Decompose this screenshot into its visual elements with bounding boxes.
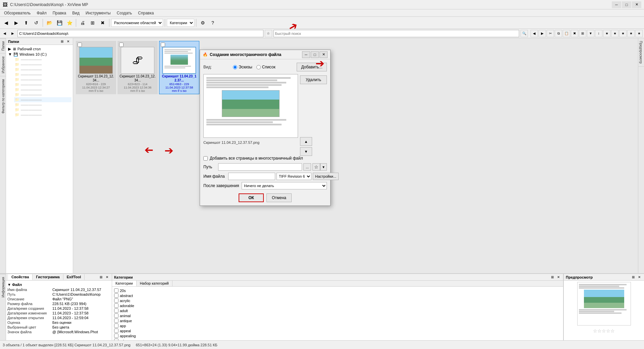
tree-sub8[interactable]: 📁──────── (14, 92, 71, 97)
nav-sort[interactable]: ↕ (595, 30, 602, 37)
toolbar-save[interactable]: 💾 (55, 18, 64, 27)
tree-sub2[interactable]: 📁──────── (14, 62, 71, 67)
cat-item-adult[interactable]: adult (113, 308, 562, 313)
nav-cut[interactable]: ✂ (547, 30, 554, 37)
filename-input[interactable] (228, 173, 275, 180)
dialog-maximize[interactable]: □ (311, 51, 319, 58)
toolbar-back[interactable]: ◀ (1, 18, 11, 27)
path-dropdown-btn[interactable]: ▼ (320, 163, 327, 171)
tab-histogram[interactable]: Гистограмма (33, 274, 63, 280)
dialog-close[interactable]: ✕ (319, 51, 328, 58)
menu-create[interactable]: Создать (114, 10, 135, 16)
tab-category-sets[interactable]: Набор категорий (137, 281, 172, 286)
thumbnail-item-3[interactable]: Скриншот 11.04.23_12.37... 651×863 - 229… (159, 41, 199, 94)
add-button[interactable]: Добавить... (297, 63, 327, 71)
thumb-checkbox-2[interactable] (119, 43, 123, 47)
cat-item-app[interactable]: app (113, 323, 562, 328)
star-4[interactable]: ☆ (606, 328, 610, 334)
cat-item-appeal[interactable]: appeal (113, 328, 562, 333)
addr-forward[interactable]: ▶ (9, 30, 16, 37)
cat-item-acrylic[interactable]: acrylic (113, 298, 562, 303)
add-all-checkbox[interactable] (203, 156, 208, 161)
cat-item-appealing[interactable]: appealing (113, 333, 562, 338)
cat-item-20s[interactable]: 20s (113, 288, 562, 293)
info-close[interactable]: ✕ (104, 275, 110, 280)
star-5[interactable]: ☆ (610, 328, 615, 334)
tab-properties[interactable]: Свойства (8, 274, 33, 280)
nav-star5[interactable]: ★ (635, 30, 643, 37)
nav-grid[interactable]: ⊞ (579, 30, 586, 37)
thumb-checkbox-3[interactable] (161, 43, 165, 47)
tree-sub7[interactable]: 📁──────── (14, 87, 71, 92)
nav-delete[interactable]: ✖ (571, 30, 578, 37)
minimize-button[interactable]: ─ (612, 1, 621, 8)
toolbar-forward[interactable]: ▶ (11, 18, 21, 27)
toolbar-refresh[interactable]: ↺ (32, 18, 41, 27)
tree-item-desktop[interactable]: ▶ 🖥 Рабочий стол (7, 46, 71, 52)
tab-categories[interactable]: Категории (112, 281, 137, 286)
bottom-tab-info[interactable]: Информация (0, 274, 6, 300)
cat-item-adorable[interactable]: adorable (113, 303, 562, 308)
search-input[interactable] (274, 30, 519, 37)
tab-exiftool[interactable]: ExifTool (63, 274, 85, 280)
search-button[interactable]: 🔍 (521, 30, 528, 37)
tree-sub10[interactable]: 📁──────── (14, 107, 71, 112)
toolbar-up[interactable]: ⬆ (21, 18, 31, 27)
tree-sub5[interactable]: 📁──────── (14, 77, 71, 82)
toolbar-open[interactable]: 📂 (45, 18, 54, 27)
move-down-button[interactable]: ▼ (300, 147, 312, 156)
preview-expand[interactable]: ⊞ (631, 275, 636, 280)
path-input[interactable] (218, 163, 302, 171)
folders-expand[interactable]: ⊞ (59, 39, 65, 44)
tree-sub1[interactable]: 📁──────── (14, 57, 71, 62)
nav-next[interactable]: ▶ (539, 30, 546, 37)
nav-star3[interactable]: ★ (619, 30, 627, 37)
browse-btn[interactable]: ... (303, 163, 311, 171)
menu-view[interactable]: Вид (69, 10, 82, 16)
menu-browser[interactable]: Обозреватель (1, 10, 33, 16)
menu-help[interactable]: Справка (135, 10, 156, 16)
layout-combo[interactable]: Расположение областей (111, 19, 163, 27)
remove-button[interactable]: Удалить (300, 75, 327, 84)
nav-star2[interactable]: ★ (611, 30, 618, 37)
categories-combo[interactable]: Категории (167, 19, 194, 27)
folders-close[interactable]: ✕ (65, 39, 71, 44)
nav-star1[interactable]: ★ (603, 30, 610, 37)
cat-item-antique[interactable]: antique (113, 318, 562, 323)
radio-list[interactable]: Список (256, 65, 276, 69)
maximize-button[interactable]: □ (622, 1, 631, 8)
format-select[interactable]: TIFF Revision 6 (277, 173, 311, 180)
preview-close[interactable]: ✕ (637, 275, 642, 280)
settings-btn[interactable]: Настройки... (313, 173, 339, 180)
thumb-checkbox-1[interactable] (78, 43, 82, 47)
cat-close[interactable]: ✕ (556, 275, 561, 280)
toolbar-print[interactable]: 🖨 (78, 18, 87, 27)
menu-tools[interactable]: Инструменты (83, 10, 113, 16)
nav-prev[interactable]: ◀ (531, 30, 538, 37)
thumbnail-item-1[interactable]: Скриншот 11.04.23_12.34... 620×816 - 229… (76, 41, 116, 94)
addr-star[interactable]: ☆ (265, 30, 272, 37)
tree-sub3[interactable]: 📁──────── (14, 67, 71, 72)
radio-thumbnails[interactable]: Эскизы (233, 65, 252, 69)
preview-stars[interactable]: ☆ ☆ ☆ ☆ ☆ (593, 328, 615, 334)
side-tab-favorites[interactable]: Избранное (0, 53, 6, 76)
tree-sub4[interactable]: 📁──────── (14, 72, 71, 77)
tree-sub6[interactable]: 📁──────── (14, 82, 71, 87)
cat-item-animal[interactable]: animal (113, 313, 562, 318)
ok-button[interactable]: ОК (239, 193, 264, 202)
move-up-button[interactable]: ▲ (300, 137, 312, 146)
toolbar-delete[interactable]: ✖ (98, 18, 107, 27)
star-2[interactable]: ☆ (597, 328, 602, 334)
toolbar-help[interactable]: ? (208, 18, 217, 27)
addr-back[interactable]: ◀ (1, 30, 8, 37)
toolbar-thumbnail[interactable]: ⊞ (88, 18, 97, 27)
menu-file[interactable]: Файл (34, 10, 49, 16)
info-expand[interactable]: ⊞ (98, 275, 104, 280)
side-tab-filter[interactable]: Фильтр по категориям (0, 76, 6, 116)
cat-expand[interactable]: ⊞ (550, 275, 555, 280)
nav-copy[interactable]: ⧉ (555, 30, 562, 37)
menu-edit[interactable]: Правка (50, 10, 69, 16)
path-star-btn[interactable]: ☆ (312, 163, 320, 171)
tree-sub-selected[interactable]: 📁──────── (14, 97, 71, 102)
toolbar-star[interactable]: ⭐ (65, 18, 74, 27)
